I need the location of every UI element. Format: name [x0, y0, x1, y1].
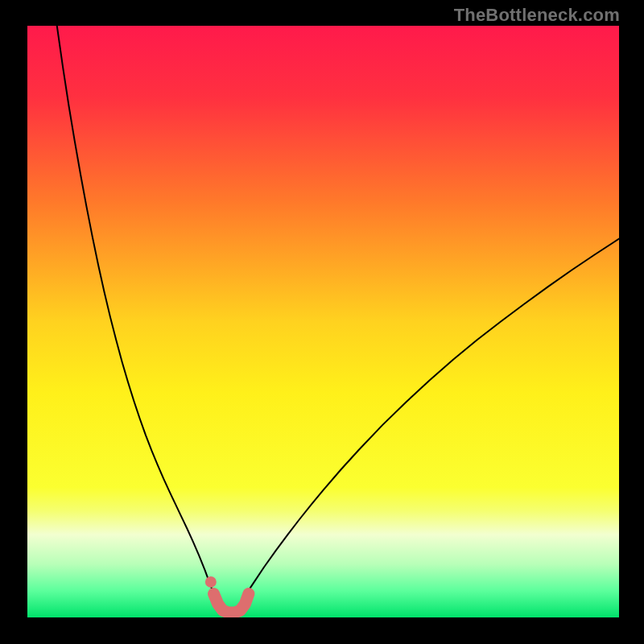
chart-frame: TheBottleneck.com [0, 0, 644, 644]
chart-svg [27, 26, 619, 617]
plot-area [27, 26, 619, 617]
watermark-text: TheBottleneck.com [454, 5, 620, 26]
bottleneck-marker-dot [205, 576, 217, 588]
background-gradient [27, 26, 619, 617]
